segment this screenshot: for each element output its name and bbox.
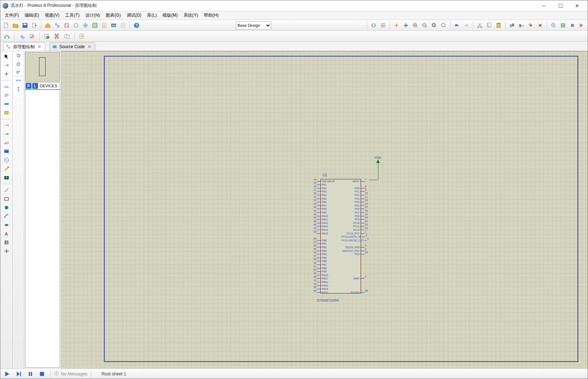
pick-button[interactable]: [549, 21, 558, 30]
menu-system[interactable]: 系统(Y): [181, 11, 201, 20]
messages-label[interactable]: No Messages: [61, 371, 87, 376]
wire-autoroute-button[interactable]: [3, 32, 11, 41]
menu-file[interactable]: 文件(F): [2, 11, 22, 20]
tab-schematic-close[interactable]: ✕: [37, 44, 42, 49]
make-device-button[interactable]: [559, 21, 567, 30]
svg-rect-65: [40, 372, 44, 376]
design-variant-combo[interactable]: Base Design: [236, 21, 271, 29]
rotate-cw-button[interactable]: [16, 53, 21, 60]
block-copy-button[interactable]: [508, 21, 516, 30]
redo-button[interactable]: [462, 21, 471, 30]
gerber-button[interactable]: [81, 21, 90, 30]
menu-design[interactable]: 设计(N): [83, 11, 103, 20]
tape-tool[interactable]: [2, 147, 11, 155]
pick-l-button[interactable]: L: [32, 83, 38, 89]
block-rotate-button[interactable]: [526, 21, 535, 30]
terminal-tool[interactable]: [2, 121, 11, 129]
zoom-all-button[interactable]: [430, 21, 438, 30]
subcircuit-tool[interactable]: [2, 109, 11, 117]
graph-tool[interactable]: [2, 139, 11, 147]
menu-view[interactable]: 视图(V): [42, 11, 62, 20]
symbol-2d-tool[interactable]: S: [2, 238, 11, 246]
save-button[interactable]: [21, 21, 29, 30]
block-move-button[interactable]: [517, 21, 526, 30]
menu-edit[interactable]: 编辑(E): [22, 11, 42, 20]
menu-debug[interactable]: 调试(D): [124, 11, 144, 20]
new-file-button[interactable]: [2, 21, 10, 30]
path-2d-tool[interactable]: [2, 221, 11, 229]
box-2d-tool[interactable]: [2, 195, 11, 203]
cut-button[interactable]: [475, 21, 484, 30]
tab-source-code[interactable]: Source Code ✕: [50, 42, 95, 51]
component-u1[interactable]: U1 STM32F103R6 14PA0-WKUP15PA116PA217PA3…: [312, 175, 370, 298]
text-2d-tool[interactable]: A: [2, 230, 11, 238]
arc-2d-tool[interactable]: [2, 212, 11, 220]
mirror-h-button[interactable]: [16, 78, 21, 85]
goto-sheet-button[interactable]: [63, 32, 71, 41]
code-button[interactable]: 0101: [109, 21, 118, 30]
design-explorer-button[interactable]: [91, 21, 99, 30]
zoom-out-button[interactable]: [420, 21, 429, 30]
import-button[interactable]: [30, 21, 39, 30]
paste-button[interactable]: [494, 21, 503, 30]
window-close[interactable]: ✕: [569, 0, 585, 11]
bom-button[interactable]: $: [100, 21, 109, 30]
pin-BOOT0: 60BOOT0: [341, 291, 370, 294]
home-button[interactable]: [43, 21, 52, 30]
undo-button[interactable]: [453, 21, 461, 30]
new-sheet-button[interactable]: [42, 32, 51, 41]
help-button[interactable]: ?: [132, 21, 141, 30]
copy-button[interactable]: [485, 21, 494, 30]
pcb-button[interactable]: [62, 21, 71, 30]
rotate-ccw-button[interactable]: [16, 61, 21, 68]
step-button[interactable]: [14, 370, 24, 378]
3d-button[interactable]: [72, 21, 80, 30]
tab-schematic[interactable]: 原理图绘制 ✕: [3, 42, 45, 51]
search-button[interactable]: [17, 32, 26, 41]
marker-2d-tool[interactable]: [2, 247, 11, 255]
component-mode-tool[interactable]: [2, 61, 11, 69]
zoom-in-button[interactable]: [411, 21, 420, 30]
menu-tool[interactable]: 工具(T): [62, 11, 82, 20]
selection-mode-tool[interactable]: [2, 53, 11, 61]
stop-button[interactable]: [37, 370, 47, 378]
circle-2d-tool[interactable]: [2, 204, 11, 212]
remove-sheet-button[interactable]: [52, 32, 61, 41]
block-delete-button[interactable]: [536, 21, 545, 30]
text-script-tool[interactable]: [2, 91, 11, 99]
overview-thumbnail[interactable]: [25, 52, 60, 82]
menu-template[interactable]: 模版(M): [160, 11, 181, 20]
window-maximize[interactable]: ☐: [552, 0, 569, 11]
grid-button[interactable]: [379, 21, 387, 30]
open-file-button[interactable]: [11, 21, 20, 30]
decompose-button[interactable]: [578, 21, 586, 30]
play-button[interactable]: [3, 370, 12, 378]
schematic-canvas[interactable]: VDD U1 STM32F103R6 14PA0-WKUP15PA116PA21…: [61, 51, 588, 368]
pause-button[interactable]: [26, 370, 35, 378]
wire-label-tool[interactable]: LBL: [2, 83, 11, 91]
line-2d-tool[interactable]: [2, 186, 11, 194]
menu-chart[interactable]: 图表(G): [103, 11, 123, 20]
pick-p-button[interactable]: P: [26, 83, 32, 89]
menu-help[interactable]: 帮助(H): [201, 11, 222, 20]
property-assign-button[interactable]: [28, 32, 36, 41]
notes-button[interactable]: [119, 21, 127, 30]
menu-lib[interactable]: 库(L): [144, 11, 160, 20]
packaging-button[interactable]: [568, 21, 577, 30]
tab-source-close[interactable]: ✕: [87, 44, 92, 49]
pan-button[interactable]: [402, 21, 410, 30]
bus-tool[interactable]: [2, 100, 11, 108]
redraw-button[interactable]: [369, 21, 378, 30]
origin-button[interactable]: [392, 21, 401, 30]
probe-tool[interactable]: [2, 165, 11, 173]
exit-parent-button[interactable]: [77, 32, 86, 41]
schematic-button[interactable]: [53, 21, 62, 30]
junction-tool[interactable]: [2, 70, 11, 78]
instrument-tool[interactable]: [2, 174, 11, 182]
device-pin-tool[interactable]: [2, 130, 11, 138]
generator-tool[interactable]: [2, 156, 11, 164]
mirror-v-button[interactable]: [16, 86, 21, 93]
zoom-area-button[interactable]: [439, 21, 448, 30]
window-minimize[interactable]: ─: [536, 0, 552, 11]
device-list[interactable]: [25, 89, 60, 368]
